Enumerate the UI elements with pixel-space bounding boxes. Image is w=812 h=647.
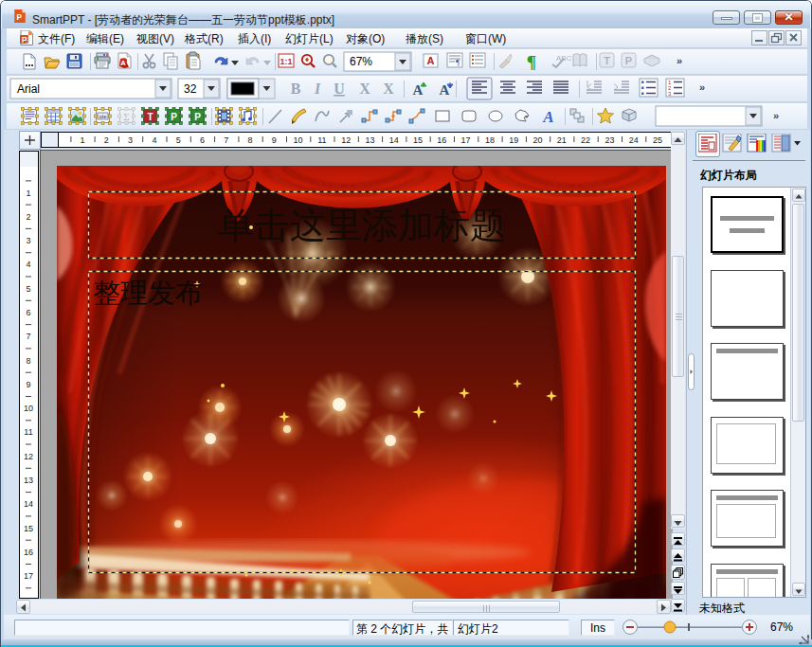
svg-text:»: »: [699, 81, 705, 93]
svg-text:4: 4: [26, 260, 30, 269]
svg-text:T: T: [604, 55, 610, 66]
svg-text:12: 12: [24, 452, 33, 461]
svg-text:12: 12: [341, 135, 351, 145]
svg-text:A: A: [542, 108, 553, 126]
svg-text:U: U: [334, 81, 345, 97]
svg-text:8: 8: [26, 356, 30, 366]
svg-text:P: P: [625, 55, 632, 66]
svg-text:¶: ¶: [456, 58, 460, 67]
svg-text:13: 13: [365, 135, 374, 145]
svg-text:X: X: [359, 81, 370, 97]
svg-text:67%: 67%: [350, 55, 372, 68]
svg-text:14: 14: [389, 135, 399, 145]
svg-text:1: 1: [80, 135, 84, 145]
svg-text:20: 20: [532, 135, 542, 145]
svg-text:10: 10: [294, 135, 303, 145]
svg-text:P: P: [194, 112, 201, 122]
svg-text:单击这里添加标题: 单击这里添加标题: [218, 206, 506, 245]
svg-text:8: 8: [247, 135, 252, 145]
svg-text:24: 24: [629, 135, 639, 145]
svg-text:6: 6: [26, 308, 30, 317]
svg-text:ole: ole: [99, 114, 107, 119]
svg-text:X: X: [383, 81, 394, 97]
svg-text:21: 21: [557, 135, 567, 145]
svg-text:11: 11: [24, 427, 32, 437]
svg-text:32: 32: [184, 82, 197, 96]
svg-text:B: B: [291, 81, 301, 97]
svg-text:2: 2: [104, 135, 109, 145]
svg-text:5: 5: [176, 135, 181, 145]
svg-text:A: A: [120, 59, 126, 67]
svg-text:9: 9: [26, 380, 30, 389]
svg-text:16: 16: [24, 548, 33, 557]
svg-text:7: 7: [26, 332, 30, 341]
svg-text:18: 18: [485, 135, 495, 145]
svg-text:11: 11: [317, 135, 326, 145]
svg-text:14: 14: [24, 499, 33, 509]
svg-text:2: 2: [26, 212, 30, 222]
svg-text:23: 23: [604, 135, 614, 145]
svg-text:5: 5: [26, 284, 30, 294]
svg-text:3: 3: [128, 135, 133, 145]
svg-text:T: T: [147, 112, 153, 122]
svg-text:17: 17: [461, 135, 471, 145]
svg-text:Arial: Arial: [17, 82, 40, 96]
svg-text:»: »: [773, 110, 779, 121]
svg-text:1: 1: [26, 189, 30, 198]
svg-text:16: 16: [437, 135, 446, 145]
svg-text:13: 13: [24, 476, 33, 485]
svg-text:17: 17: [24, 571, 33, 581]
svg-text:ABC: ABC: [556, 54, 572, 63]
svg-text:3: 3: [26, 236, 30, 245]
svg-text:25: 25: [653, 135, 662, 145]
svg-text:¶: ¶: [527, 52, 536, 72]
svg-text:P: P: [171, 112, 177, 122]
svg-text:Σ: Σ: [123, 111, 129, 122]
svg-text:67%: 67%: [770, 620, 793, 634]
svg-text:»: »: [677, 55, 682, 66]
svg-text:I: I: [314, 81, 321, 97]
svg-text:10: 10: [24, 404, 33, 413]
svg-text:9: 9: [272, 135, 277, 145]
svg-text:19: 19: [509, 135, 518, 145]
svg-text:A: A: [427, 55, 435, 66]
svg-text:7: 7: [224, 135, 228, 145]
svg-text:15: 15: [413, 135, 423, 145]
svg-text:4: 4: [152, 135, 156, 145]
svg-text:6: 6: [200, 135, 205, 145]
svg-text:15: 15: [24, 524, 33, 533]
svg-text:1:1: 1:1: [280, 57, 292, 66]
svg-text:22: 22: [581, 135, 590, 145]
svg-text:P: P: [16, 13, 22, 22]
svg-text:整理发布: 整理发布: [93, 278, 203, 308]
